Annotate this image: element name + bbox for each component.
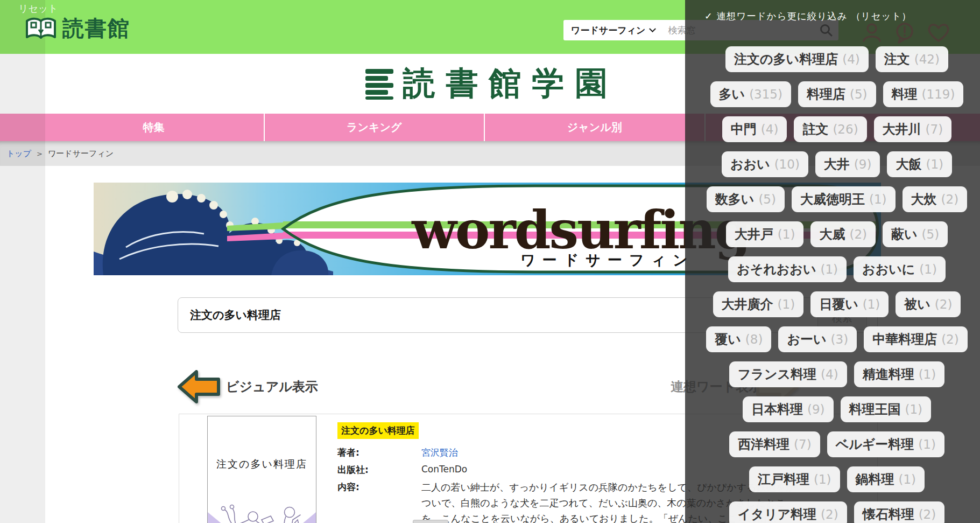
nav-item-1[interactable]: ランキング	[264, 114, 484, 141]
tag-button[interactable]: 大井(9)	[815, 151, 880, 177]
tag-button[interactable]: 精進料理(1)	[854, 361, 945, 387]
tag-count: (1)	[919, 262, 937, 276]
tag-button[interactable]: 被い(2)	[896, 291, 961, 317]
tag-count: (2)	[919, 507, 936, 521]
tag-label: 日覆い	[819, 296, 858, 313]
tag-count: (10)	[774, 157, 800, 171]
tag-label: 中華料理店	[872, 331, 937, 348]
tag-count: (3)	[831, 332, 849, 346]
tag-button[interactable]: 大威徳明王(1)	[792, 186, 896, 212]
tag-label: おーい	[787, 331, 826, 348]
tag-button[interactable]: 料理店(5)	[798, 81, 876, 107]
tag-label: ベルギー料理	[836, 436, 914, 453]
query-text: 注文の多い料理店	[190, 298, 281, 332]
masthead-book-icon	[362, 67, 397, 101]
tag-button[interactable]: 中門(4)	[722, 116, 787, 142]
site-name: 読書館	[62, 13, 130, 43]
tag-label: 鍋料理	[856, 471, 894, 488]
tag-row: おそれおおい(1)おおいに(1)	[694, 256, 980, 282]
tag-label: 覆い	[715, 331, 741, 348]
publisher-value: ConTenDo	[421, 464, 467, 475]
tag-count: (1)	[918, 437, 936, 451]
tag-label: 精進料理	[863, 366, 914, 383]
tag-button[interactable]: 西洋料理(7)	[729, 431, 820, 457]
site-logo[interactable]: 読書館	[25, 13, 130, 43]
tag-label: 料理王国	[849, 401, 901, 418]
tag-button[interactable]: 数多い(5)	[707, 186, 785, 212]
book-cover[interactable]: 注文の多い料理店	[207, 416, 316, 523]
tag-count: (4)	[821, 367, 838, 381]
tag-row: 西洋料理(7)ベルギー料理(1)	[694, 431, 980, 457]
tag-label: 大井	[824, 156, 850, 173]
overlay-reset-link[interactable]: （リセット）	[851, 11, 912, 22]
tag-count: (7)	[794, 437, 812, 451]
tag-count: (4)	[761, 122, 779, 136]
tag-row: フランス料理(4)精進料理(1)	[694, 361, 980, 387]
tag-button[interactable]: 日覆い(1)	[810, 291, 889, 317]
tag-button[interactable]: 大威(2)	[810, 221, 876, 247]
tag-button[interactable]: 覆い(8)	[706, 326, 771, 352]
tag-label: 大炊	[911, 191, 937, 208]
search-mode-select[interactable]: ワードサーフィン	[571, 24, 645, 37]
tag-count: (7)	[926, 122, 943, 136]
tag-label: 数多い	[715, 191, 755, 208]
tag-count: (42)	[914, 52, 940, 66]
tag-button[interactable]: おーい(3)	[778, 326, 857, 352]
tag-button[interactable]: 料理王国(1)	[841, 396, 932, 422]
tag-count: (5)	[922, 227, 940, 241]
tag-button[interactable]: 注文の多い料理店(4)	[725, 46, 869, 72]
tag-button[interactable]: 多い(315)	[710, 81, 791, 107]
tag-button[interactable]: 中華料理店(2)	[864, 326, 968, 352]
tag-count: (119)	[922, 87, 955, 101]
tag-button[interactable]: 料理(119)	[883, 81, 964, 107]
visual-view-arrow-icon[interactable]	[177, 369, 221, 404]
tag-label: 大井戸	[735, 226, 773, 243]
tag-count: (1)	[899, 472, 916, 486]
tag-button[interactable]: おおい(10)	[722, 151, 808, 177]
banner-subtitle: ワードサーフィン	[520, 252, 695, 268]
tag-button[interactable]: 大飯(1)	[887, 151, 952, 177]
tag-button[interactable]: 大井廣介(1)	[713, 291, 804, 317]
tag-button[interactable]: 大井川(7)	[874, 116, 952, 142]
tag-button[interactable]: イタリア料理(2)	[729, 501, 847, 523]
tag-count: (5)	[850, 87, 868, 101]
tag-button[interactable]: 注文(42)	[876, 46, 948, 72]
tag-button[interactable]: 註文(26)	[794, 116, 866, 142]
nav-item-0[interactable]: 特集	[44, 114, 264, 141]
tag-row: 大井廣介(1)日覆い(1)被い(2)	[694, 291, 980, 317]
breadcrumb-separator: >	[37, 150, 43, 158]
tag-count: (5)	[758, 192, 776, 206]
tag-label: 大威徳明王	[800, 191, 865, 208]
tag-count: (1)	[814, 472, 831, 486]
open-book-icon	[25, 16, 57, 41]
tag-button[interactable]: 江戸料理(1)	[749, 466, 840, 492]
tag-button[interactable]: 日本料理(9)	[743, 396, 834, 422]
tag-button[interactable]: おそれおおい(1)	[728, 256, 847, 282]
tag-label: 蔽い	[891, 226, 918, 243]
tag-label: 多い	[719, 86, 745, 103]
tag-button[interactable]: フランス料理(4)	[729, 361, 847, 387]
breadcrumb-home-link[interactable]: トップ	[6, 149, 31, 159]
masthead-title[interactable]: 読書館学園	[403, 62, 618, 106]
tag-button[interactable]: 鍋料理(1)	[847, 466, 925, 492]
tag-button[interactable]: ベルギー料理(1)	[827, 431, 944, 457]
visual-view-toggle[interactable]: ビジュアル表示	[226, 378, 318, 395]
tag-label: 懐石料理	[863, 506, 914, 523]
tag-row: イタリア料理(2)懐石料理(2)	[694, 501, 980, 523]
detail-button-partial[interactable]	[413, 520, 448, 523]
tag-button[interactable]: おおいに(1)	[854, 256, 946, 282]
cover-illustration	[208, 492, 316, 523]
tag-count: (9)	[854, 157, 872, 171]
tag-button[interactable]: 大炊(2)	[903, 186, 968, 212]
tag-label: 注文の多い料理店	[734, 51, 838, 68]
tag-button[interactable]: 大井戸(1)	[726, 221, 804, 247]
tag-count: (4)	[842, 52, 860, 66]
tag-count: (2)	[821, 507, 838, 521]
tag-button[interactable]: 懐石料理(2)	[854, 501, 945, 523]
tag-button[interactable]: 蔽い(5)	[883, 221, 948, 247]
tag-row: 大井戸(1)大威(2)蔽い(5)	[694, 221, 980, 247]
tag-label: 料理	[892, 86, 918, 103]
nav-item-2[interactable]: ジャンル別	[484, 114, 704, 141]
author-link[interactable]: 宮沢賢治	[421, 447, 458, 459]
tag-count: (1)	[778, 297, 795, 311]
